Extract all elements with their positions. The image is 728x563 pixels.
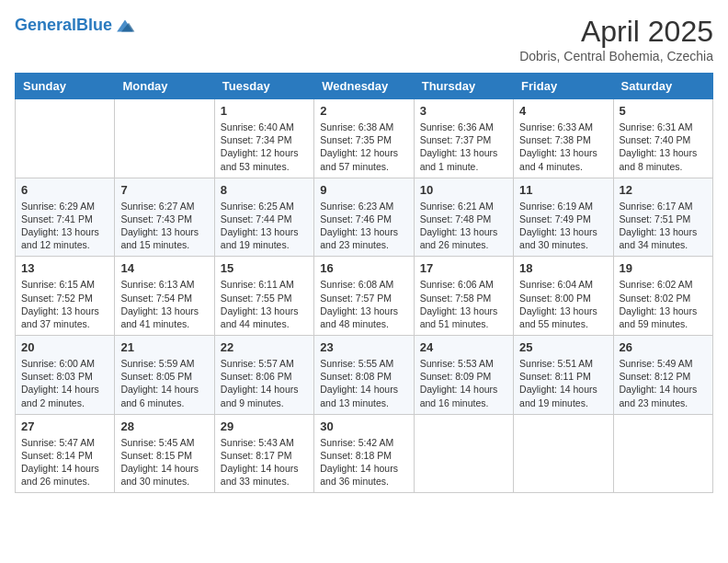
- day-number: 20: [21, 340, 108, 354]
- calendar-cell: 7Sunrise: 6:27 AM Sunset: 7:43 PM Daylig…: [115, 178, 214, 257]
- cell-content: Sunrise: 6:06 AM Sunset: 7:58 PM Dayligh…: [420, 278, 507, 330]
- calendar-table: SundayMondayTuesdayWednesdayThursdayFrid…: [15, 73, 713, 493]
- calendar-cell: 10Sunrise: 6:21 AM Sunset: 7:48 PM Dayli…: [414, 178, 513, 257]
- cell-content: Sunrise: 5:55 AM Sunset: 8:08 PM Dayligh…: [320, 357, 407, 409]
- day-number: 1: [221, 104, 308, 118]
- calendar-cell: 25Sunrise: 5:51 AM Sunset: 8:11 PM Dayli…: [514, 336, 613, 415]
- calendar-cell: 14Sunrise: 6:13 AM Sunset: 7:54 PM Dayli…: [115, 257, 214, 336]
- calendar-cell: [115, 99, 214, 178]
- weekday-header-wednesday: Wednesday: [314, 74, 414, 99]
- calendar-cell: 21Sunrise: 5:59 AM Sunset: 8:05 PM Dayli…: [115, 336, 214, 415]
- calendar-cell: 20Sunrise: 6:00 AM Sunset: 8:03 PM Dayli…: [16, 336, 115, 415]
- day-number: 16: [320, 261, 407, 275]
- cell-content: Sunrise: 6:36 AM Sunset: 7:37 PM Dayligh…: [420, 121, 507, 173]
- cell-content: Sunrise: 5:43 AM Sunset: 8:17 PM Dayligh…: [221, 436, 308, 488]
- cell-content: Sunrise: 6:31 AM Sunset: 7:40 PM Dayligh…: [620, 121, 707, 173]
- location-subtitle: Dobris, Central Bohemia, Czechia: [519, 49, 713, 63]
- cell-content: Sunrise: 6:25 AM Sunset: 7:44 PM Dayligh…: [221, 200, 308, 252]
- calendar-cell: 29Sunrise: 5:43 AM Sunset: 8:17 PM Dayli…: [214, 414, 313, 493]
- day-number: 17: [420, 261, 507, 275]
- calendar-cell: 3Sunrise: 6:36 AM Sunset: 7:37 PM Daylig…: [414, 99, 513, 178]
- cell-content: Sunrise: 6:23 AM Sunset: 7:46 PM Dayligh…: [320, 200, 407, 252]
- calendar-cell: 30Sunrise: 5:42 AM Sunset: 8:18 PM Dayli…: [314, 414, 414, 493]
- cell-content: Sunrise: 5:53 AM Sunset: 8:09 PM Dayligh…: [420, 357, 507, 409]
- logo-blue: Blue: [76, 16, 112, 34]
- calendar-cell: 17Sunrise: 6:06 AM Sunset: 7:58 PM Dayli…: [414, 257, 513, 336]
- calendar-cell: 19Sunrise: 6:02 AM Sunset: 8:02 PM Dayli…: [613, 257, 712, 336]
- calendar-cell: [16, 99, 115, 178]
- day-number: 13: [21, 261, 108, 275]
- calendar-cell: [613, 414, 712, 493]
- day-number: 9: [320, 183, 407, 197]
- day-number: 10: [420, 183, 507, 197]
- cell-content: Sunrise: 5:49 AM Sunset: 8:12 PM Dayligh…: [620, 357, 707, 409]
- day-number: 22: [221, 340, 308, 354]
- day-number: 18: [519, 261, 607, 275]
- calendar-cell: 16Sunrise: 6:08 AM Sunset: 7:57 PM Dayli…: [314, 257, 414, 336]
- cell-content: Sunrise: 6:27 AM Sunset: 7:43 PM Dayligh…: [120, 200, 208, 252]
- day-number: 8: [221, 183, 308, 197]
- day-number: 19: [620, 261, 707, 275]
- week-row-1: 1Sunrise: 6:40 AM Sunset: 7:34 PM Daylig…: [16, 99, 713, 178]
- cell-content: Sunrise: 5:57 AM Sunset: 8:06 PM Dayligh…: [221, 357, 308, 409]
- logo-text: GeneralBlue: [15, 17, 112, 35]
- day-number: 4: [519, 104, 607, 118]
- cell-content: Sunrise: 6:19 AM Sunset: 7:49 PM Dayligh…: [519, 200, 607, 252]
- cell-content: Sunrise: 6:17 AM Sunset: 7:51 PM Dayligh…: [620, 200, 707, 252]
- calendar-cell: 15Sunrise: 6:11 AM Sunset: 7:55 PM Dayli…: [214, 257, 313, 336]
- cell-content: Sunrise: 6:38 AM Sunset: 7:35 PM Dayligh…: [320, 121, 407, 173]
- cell-content: Sunrise: 6:40 AM Sunset: 7:34 PM Dayligh…: [221, 121, 308, 173]
- calendar-cell: 18Sunrise: 6:04 AM Sunset: 8:00 PM Dayli…: [514, 257, 613, 336]
- cell-content: Sunrise: 5:42 AM Sunset: 8:18 PM Dayligh…: [320, 436, 407, 488]
- day-number: 25: [519, 340, 607, 354]
- day-number: 3: [420, 104, 507, 118]
- weekday-header-thursday: Thursday: [414, 74, 513, 99]
- day-number: 6: [21, 183, 108, 197]
- calendar-cell: 26Sunrise: 5:49 AM Sunset: 8:12 PM Dayli…: [613, 336, 712, 415]
- day-number: 11: [519, 183, 607, 197]
- calendar-cell: 11Sunrise: 6:19 AM Sunset: 7:49 PM Dayli…: [514, 178, 613, 257]
- day-number: 28: [120, 419, 208, 433]
- calendar-cell: 28Sunrise: 5:45 AM Sunset: 8:15 PM Dayli…: [115, 414, 214, 493]
- calendar-cell: 6Sunrise: 6:29 AM Sunset: 7:41 PM Daylig…: [16, 178, 115, 257]
- week-row-4: 20Sunrise: 6:00 AM Sunset: 8:03 PM Dayli…: [16, 336, 713, 415]
- cell-content: Sunrise: 5:45 AM Sunset: 8:15 PM Dayligh…: [120, 436, 208, 488]
- calendar-cell: [514, 414, 613, 493]
- week-row-2: 6Sunrise: 6:29 AM Sunset: 7:41 PM Daylig…: [16, 178, 713, 257]
- day-number: 7: [120, 183, 208, 197]
- weekday-header-monday: Monday: [115, 74, 214, 99]
- calendar-cell: 2Sunrise: 6:38 AM Sunset: 7:35 PM Daylig…: [314, 99, 414, 178]
- day-number: 14: [120, 261, 208, 275]
- calendar-cell: 5Sunrise: 6:31 AM Sunset: 7:40 PM Daylig…: [613, 99, 712, 178]
- weekday-header-tuesday: Tuesday: [214, 74, 313, 99]
- cell-content: Sunrise: 6:00 AM Sunset: 8:03 PM Dayligh…: [21, 357, 108, 409]
- cell-content: Sunrise: 6:11 AM Sunset: 7:55 PM Dayligh…: [221, 278, 308, 330]
- weekday-header-friday: Friday: [514, 74, 613, 99]
- cell-content: Sunrise: 6:13 AM Sunset: 7:54 PM Dayligh…: [120, 278, 208, 330]
- cell-content: Sunrise: 6:04 AM Sunset: 8:00 PM Dayligh…: [519, 278, 607, 330]
- logo-general: General: [15, 16, 76, 34]
- calendar-cell: 13Sunrise: 6:15 AM Sunset: 7:52 PM Dayli…: [16, 257, 115, 336]
- cell-content: Sunrise: 6:02 AM Sunset: 8:02 PM Dayligh…: [620, 278, 707, 330]
- calendar-cell: 24Sunrise: 5:53 AM Sunset: 8:09 PM Dayli…: [414, 336, 513, 415]
- calendar-cell: 4Sunrise: 6:33 AM Sunset: 7:38 PM Daylig…: [514, 99, 613, 178]
- cell-content: Sunrise: 5:51 AM Sunset: 8:11 PM Dayligh…: [519, 357, 607, 409]
- month-title: April 2025: [519, 15, 713, 49]
- calendar-cell: 12Sunrise: 6:17 AM Sunset: 7:51 PM Dayli…: [613, 178, 712, 257]
- title-area: April 2025 Dobris, Central Bohemia, Czec…: [519, 15, 713, 63]
- day-number: 2: [320, 104, 407, 118]
- cell-content: Sunrise: 5:59 AM Sunset: 8:05 PM Dayligh…: [120, 357, 208, 409]
- calendar-cell: 23Sunrise: 5:55 AM Sunset: 8:08 PM Dayli…: [314, 336, 414, 415]
- day-number: 30: [320, 419, 407, 433]
- logo: GeneralBlue: [15, 15, 136, 37]
- calendar-cell: 9Sunrise: 6:23 AM Sunset: 7:46 PM Daylig…: [314, 178, 414, 257]
- week-row-5: 27Sunrise: 5:47 AM Sunset: 8:14 PM Dayli…: [16, 414, 713, 493]
- cell-content: Sunrise: 6:21 AM Sunset: 7:48 PM Dayligh…: [420, 200, 507, 252]
- day-number: 12: [620, 183, 707, 197]
- cell-content: Sunrise: 6:08 AM Sunset: 7:57 PM Dayligh…: [320, 278, 407, 330]
- calendar-cell: 27Sunrise: 5:47 AM Sunset: 8:14 PM Dayli…: [16, 414, 115, 493]
- weekday-header-row: SundayMondayTuesdayWednesdayThursdayFrid…: [16, 74, 713, 99]
- cell-content: Sunrise: 5:47 AM Sunset: 8:14 PM Dayligh…: [21, 436, 108, 488]
- day-number: 29: [221, 419, 308, 433]
- cell-content: Sunrise: 6:15 AM Sunset: 7:52 PM Dayligh…: [21, 278, 108, 330]
